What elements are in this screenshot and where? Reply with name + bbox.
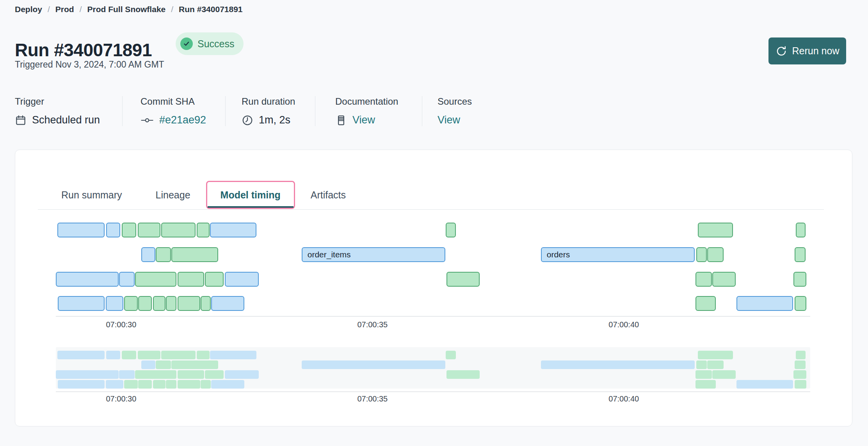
timing-bar[interactable] xyxy=(795,247,806,262)
page-title: Run #340071891 xyxy=(15,39,152,61)
documentation-view-link[interactable]: View xyxy=(352,114,375,126)
timing-bar[interactable] xyxy=(796,223,806,237)
breadcrumb-separator: / xyxy=(48,5,50,14)
tab-artifacts[interactable]: Artifacts xyxy=(311,189,346,201)
timing-bar[interactable] xyxy=(122,223,136,237)
calendar-icon xyxy=(15,114,27,126)
timing-bar[interactable] xyxy=(736,296,793,311)
minimap-bar xyxy=(178,370,204,379)
timing-bar-label: order_items xyxy=(302,250,351,259)
minimap-bar xyxy=(119,370,135,379)
commit-sha-link[interactable]: #e21ae92 xyxy=(159,114,206,126)
timing-bar[interactable] xyxy=(58,296,105,311)
clock-icon xyxy=(242,114,253,126)
rerun-now-button[interactable]: Rerun now xyxy=(768,37,846,64)
timing-row xyxy=(56,272,810,287)
minimap-bar xyxy=(541,360,695,369)
timing-bar[interactable] xyxy=(205,272,224,287)
minimap-axis-line xyxy=(56,391,810,392)
timing-bar[interactable] xyxy=(106,296,123,311)
minimap-bar xyxy=(446,370,480,379)
status-badge: Success xyxy=(176,32,244,55)
minimap-axis: 07:00:3007:00:3507:00:40 xyxy=(56,394,810,405)
timing-bar[interactable] xyxy=(56,272,119,287)
timing-bar[interactable] xyxy=(225,272,259,287)
timing-row xyxy=(56,223,810,237)
tab-lineage[interactable]: Lineage xyxy=(156,189,190,201)
timing-bar[interactable] xyxy=(201,296,211,311)
timing-bar[interactable] xyxy=(161,223,196,237)
document-icon xyxy=(335,114,347,126)
tab-separator-line xyxy=(38,209,824,210)
timing-bar[interactable]: order_items xyxy=(302,247,445,262)
timing-bar[interactable] xyxy=(446,223,456,237)
minimap-bar xyxy=(210,351,256,359)
timing-bar[interactable] xyxy=(178,296,200,311)
meta-commit-label: Commit SHA xyxy=(141,96,225,107)
timing-bar[interactable] xyxy=(124,296,138,311)
timing-bar[interactable] xyxy=(57,223,105,237)
timing-row xyxy=(56,296,810,311)
timing-bar[interactable] xyxy=(695,296,716,311)
meta-duration-label: Run duration xyxy=(242,96,315,107)
breadcrumb-prod[interactable]: Prod xyxy=(55,5,74,14)
axis-tick-label: 07:00:35 xyxy=(357,320,388,329)
minimap-bar xyxy=(795,360,806,369)
time-axis-line xyxy=(56,316,810,317)
minimap-bar xyxy=(698,351,733,359)
timing-bar[interactable] xyxy=(446,272,480,287)
timing-bar[interactable] xyxy=(153,296,165,311)
breadcrumb-separator: / xyxy=(80,5,82,14)
timing-bar[interactable] xyxy=(696,247,707,262)
timing-bar[interactable] xyxy=(793,272,806,287)
timing-bar[interactable] xyxy=(166,296,176,311)
breadcrumb-deploy[interactable]: Deploy xyxy=(15,5,42,14)
axis-tick-label: 07:00:40 xyxy=(608,320,639,329)
breadcrumb-current-run: Run #340071891 xyxy=(179,5,242,14)
tab-run-summary[interactable]: Run summary xyxy=(61,189,122,201)
triggered-timestamp: Triggered Nov 3, 2024, 7:00 AM GMT xyxy=(15,59,164,70)
breadcrumb-job[interactable]: Prod Full Snowflake xyxy=(87,5,166,14)
timing-bar[interactable] xyxy=(698,223,733,237)
timing-bar[interactable] xyxy=(707,247,724,262)
model-timing-chart: order_itemsorders07:00:3007:00:3507:00:4… xyxy=(56,223,810,336)
timing-bar[interactable] xyxy=(141,247,155,262)
timing-bar[interactable] xyxy=(138,296,152,311)
meta-documentation: Documentation View xyxy=(315,96,422,126)
timing-bar[interactable] xyxy=(211,296,244,311)
meta-duration-value: 1m, 2s xyxy=(259,114,290,126)
success-check-icon xyxy=(180,37,193,50)
sources-view-link[interactable]: View xyxy=(438,114,460,126)
timing-bar[interactable] xyxy=(156,247,171,262)
minimap-bar xyxy=(56,370,119,379)
timing-bar[interactable] xyxy=(119,272,135,287)
meta-run-duration: Run duration 1m, 2s xyxy=(225,96,315,126)
timing-bar[interactable] xyxy=(171,247,218,262)
minimap-bar xyxy=(161,351,196,359)
meta-sources: Sources View xyxy=(422,96,472,126)
meta-commit-sha: Commit SHA #e21ae92 xyxy=(122,96,225,126)
minimap-bar xyxy=(58,380,105,389)
timing-bar[interactable] xyxy=(138,223,160,237)
timing-bar[interactable] xyxy=(695,272,711,287)
timing-bar[interactable] xyxy=(712,272,736,287)
axis-tick-label: 07:00:35 xyxy=(357,394,388,403)
timing-bar[interactable]: orders xyxy=(541,247,695,262)
minimap-bar xyxy=(178,380,200,389)
refresh-icon xyxy=(776,45,787,57)
minimap-bar xyxy=(225,370,259,379)
timing-bar[interactable] xyxy=(106,223,120,237)
timing-bar[interactable] xyxy=(135,272,176,287)
run-detail-card: Run summary Lineage Model timing Artifac… xyxy=(15,150,852,426)
minimap-bar xyxy=(141,360,155,369)
timing-minimap[interactable] xyxy=(56,347,810,389)
timing-bar[interactable] xyxy=(178,272,204,287)
minimap-bar xyxy=(695,380,716,389)
status-badge-label: Success xyxy=(197,38,234,50)
timing-bar[interactable] xyxy=(197,223,210,237)
minimap-bar xyxy=(106,380,123,389)
timing-bar[interactable] xyxy=(795,296,806,311)
minimap-bar xyxy=(793,370,806,379)
tab-model-timing[interactable]: Model timing xyxy=(206,181,295,209)
timing-bar[interactable] xyxy=(210,223,256,237)
